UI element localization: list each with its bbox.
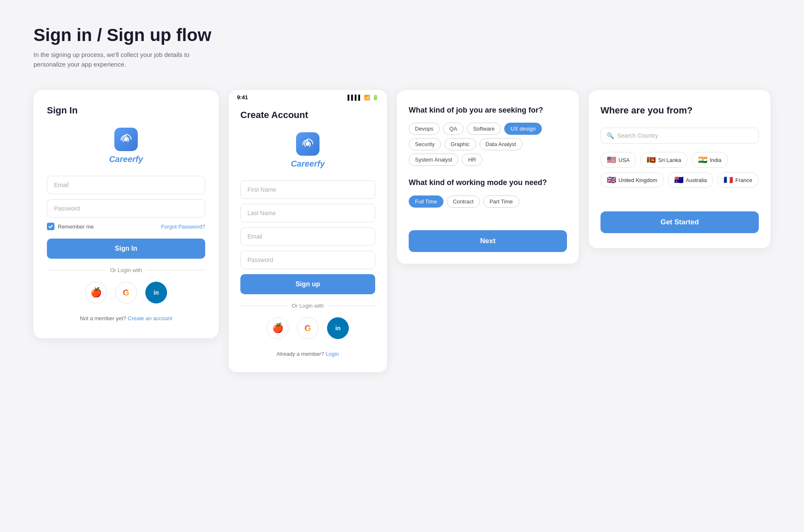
page-title: Sign in / Sign up flow xyxy=(34,25,770,45)
country-name: Australia xyxy=(686,177,707,183)
create-logo-area: Careerfy xyxy=(240,132,375,169)
signin-password-input[interactable] xyxy=(47,199,205,218)
signin-button[interactable]: Sign In xyxy=(47,239,205,259)
create-email-input[interactable] xyxy=(240,227,375,246)
country-title: Where are you from? xyxy=(600,105,759,116)
page-subtitle: In the signing up process, we'll collect… xyxy=(34,50,193,69)
country-chip-usa[interactable]: 🇺🇸USA xyxy=(600,152,636,168)
country-chip-france[interactable]: 🇫🇷France xyxy=(717,172,758,188)
country-grid: 🇺🇸USA🇱🇰Sri Lanka🇮🇳India🇬🇧United Kingdom🇦… xyxy=(600,152,759,188)
country-name: India xyxy=(710,157,722,163)
linkedin-icon: in xyxy=(154,289,159,296)
signal-icon: ▌▌▌▌ xyxy=(348,95,362,100)
signin-card: Sign In Careerfy Remember m xyxy=(34,90,219,338)
apple-icon-2: 🍎 xyxy=(272,323,283,334)
apple-signup-button[interactable]: 🍎 xyxy=(267,317,289,339)
flag-icon: 🇦🇺 xyxy=(674,175,683,185)
already-member-text: Already a member? xyxy=(277,351,324,357)
fingerprint-icon-2 xyxy=(301,137,314,151)
create-logo-text: Careerfy xyxy=(291,159,325,169)
mode-tags-row: Full TimeContractPart Time xyxy=(409,195,567,208)
mode-tag-contract[interactable]: Contract xyxy=(447,195,480,208)
next-button[interactable]: Next xyxy=(409,230,567,252)
country-search-input[interactable] xyxy=(617,132,752,139)
job-tag-qa[interactable]: QA xyxy=(443,123,464,135)
battery-icon: 🔋 xyxy=(372,95,379,100)
create-card: 9:41 ▌▌▌▌ 📶 🔋 Create Account xyxy=(229,90,387,372)
get-started-button[interactable]: Get Started xyxy=(600,211,759,233)
flag-icon: 🇮🇳 xyxy=(698,155,707,164)
country-chip-united-kingdom[interactable]: 🇬🇧United Kingdom xyxy=(600,172,664,188)
google-login-button[interactable]: G xyxy=(115,282,137,303)
signin-or-text: Or Login with xyxy=(110,267,142,273)
flag-icon: 🇬🇧 xyxy=(607,175,616,185)
fingerprint-icon xyxy=(119,133,133,146)
job-section1-title: What kind of job you are seeking for? xyxy=(409,105,567,115)
create-social-row: 🍎 G in xyxy=(240,317,375,339)
mode-tag-part-time[interactable]: Part Time xyxy=(483,195,519,208)
job-tags-row: DevopsQASoftwareUX designSecurityGraphic… xyxy=(409,123,567,166)
lastname-input[interactable] xyxy=(240,204,375,222)
create-body: Create Account Careerfy Si xyxy=(229,103,387,372)
remember-checkbox[interactable] xyxy=(47,223,54,230)
signin-logo-text: Careerfy xyxy=(109,154,143,164)
country-name: Sri Lanka xyxy=(658,157,681,163)
search-icon: 🔍 xyxy=(607,132,614,139)
google-icon-2: G xyxy=(304,324,311,333)
job-tag-system-analyst[interactable]: System Analyst xyxy=(409,154,459,166)
firstname-input[interactable] xyxy=(240,180,375,199)
linkedin-login-button[interactable]: in xyxy=(145,282,167,303)
status-icons: ▌▌▌▌ 📶 🔋 xyxy=(348,95,379,100)
linkedin-icon-2: in xyxy=(335,325,340,332)
signup-button[interactable]: Sign up xyxy=(240,274,375,294)
signin-bottom-link: Not a member yet? Create an account xyxy=(47,315,205,321)
wifi-icon: 📶 xyxy=(364,95,370,100)
create-logo-icon xyxy=(296,132,320,156)
forgot-password-link[interactable]: Forgot Password? xyxy=(161,224,206,230)
google-signup-button[interactable]: G xyxy=(297,317,319,339)
job-tag-hr[interactable]: HR xyxy=(462,154,482,166)
apple-icon: 🍎 xyxy=(90,287,102,298)
country-chip-sri-lanka[interactable]: 🇱🇰Sri Lanka xyxy=(640,152,688,168)
signin-logo-area: Careerfy xyxy=(47,128,205,164)
job-tag-ux-design[interactable]: UX design xyxy=(504,123,542,135)
create-divider: Or Login with xyxy=(240,303,375,309)
signin-title: Sign In xyxy=(47,105,205,116)
divider-line-4 xyxy=(328,306,375,306)
apple-login-button[interactable]: 🍎 xyxy=(85,282,107,303)
status-time: 9:41 xyxy=(237,94,248,100)
country-chip-india[interactable]: 🇮🇳India xyxy=(692,152,728,168)
flag-icon: 🇫🇷 xyxy=(724,175,733,185)
signin-divider: Or Login with xyxy=(47,267,205,273)
job-tag-software[interactable]: Software xyxy=(467,123,501,135)
country-name: USA xyxy=(618,157,630,163)
job-tag-graphic[interactable]: Graphic xyxy=(444,138,476,150)
create-account-link[interactable]: Create an account xyxy=(128,315,172,321)
country-search-box[interactable]: 🔍 xyxy=(600,128,759,144)
linkedin-signup-button[interactable]: in xyxy=(327,317,349,339)
job-card: What kind of job you are seeking for? De… xyxy=(397,90,579,264)
flag-icon: 🇺🇸 xyxy=(607,155,616,164)
create-password-input[interactable] xyxy=(240,251,375,269)
create-title: Create Account xyxy=(240,110,375,121)
job-tag-devops[interactable]: Devops xyxy=(409,123,440,135)
divider-line-right xyxy=(146,270,205,270)
job-section2-title: What kind of working mode you need? xyxy=(409,177,567,188)
country-name: France xyxy=(735,177,752,183)
working-mode-section: What kind of working mode you need? Full… xyxy=(409,177,567,207)
divider-line-left xyxy=(47,270,106,270)
remember-left: Remember me xyxy=(47,223,94,230)
country-name: United Kingdom xyxy=(618,177,657,183)
mode-tag-full-time[interactable]: Full Time xyxy=(409,195,443,208)
signin-email-input[interactable] xyxy=(47,176,205,194)
screens-row: Sign In Careerfy Remember m xyxy=(34,90,770,372)
job-tag-security[interactable]: Security xyxy=(409,138,441,150)
login-link[interactable]: Login xyxy=(326,351,339,357)
country-chip-australia[interactable]: 🇦🇺Australia xyxy=(668,172,714,188)
job-tag-data-analyst[interactable]: Data Analyst xyxy=(479,138,523,150)
remember-row: Remember me Forgot Password? xyxy=(47,223,205,230)
divider-line-3 xyxy=(240,306,288,306)
flag-icon: 🇱🇰 xyxy=(647,155,656,164)
create-or-text: Or Login with xyxy=(292,303,324,309)
create-bottom-link: Already a member? Login xyxy=(240,351,375,357)
